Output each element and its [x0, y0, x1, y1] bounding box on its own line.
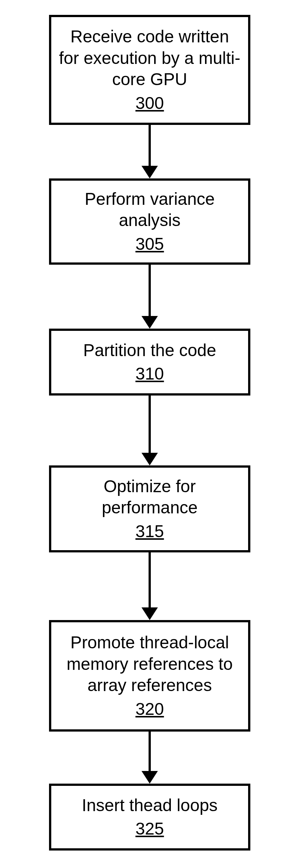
arrow-icon — [139, 265, 161, 329]
step-text: Receive code written for execution by a … — [59, 26, 241, 90]
step-box-325: Insert thead loops 325 — [49, 784, 250, 851]
arrow-icon — [139, 732, 161, 784]
step-ref: 300 — [136, 93, 164, 114]
flowchart: Receive code written for execution by a … — [0, 0, 299, 868]
step-box-310: Partition the code 310 — [49, 329, 250, 396]
step-box-305: Perform variance analysis 305 — [49, 178, 250, 265]
step-box-315: Optimize for performance 315 — [49, 465, 250, 552]
step-text: Optimize for performance — [59, 476, 241, 519]
step-ref: 310 — [136, 363, 164, 385]
step-ref: 315 — [136, 521, 164, 542]
step-ref: 325 — [136, 818, 164, 840]
step-box-300: Receive code written for execution by a … — [49, 15, 250, 125]
arrow-icon — [139, 125, 161, 178]
step-text: Promote thread-local memory references t… — [59, 632, 241, 696]
step-text: Insert thead loops — [82, 795, 218, 816]
step-ref: 320 — [136, 698, 164, 720]
step-text: Perform variance analysis — [59, 188, 241, 231]
arrow-icon — [139, 396, 161, 465]
step-ref: 305 — [136, 233, 164, 255]
arrow-icon — [139, 552, 161, 620]
step-box-320: Promote thread-local memory references t… — [49, 620, 250, 732]
step-text: Partition the code — [83, 340, 216, 361]
